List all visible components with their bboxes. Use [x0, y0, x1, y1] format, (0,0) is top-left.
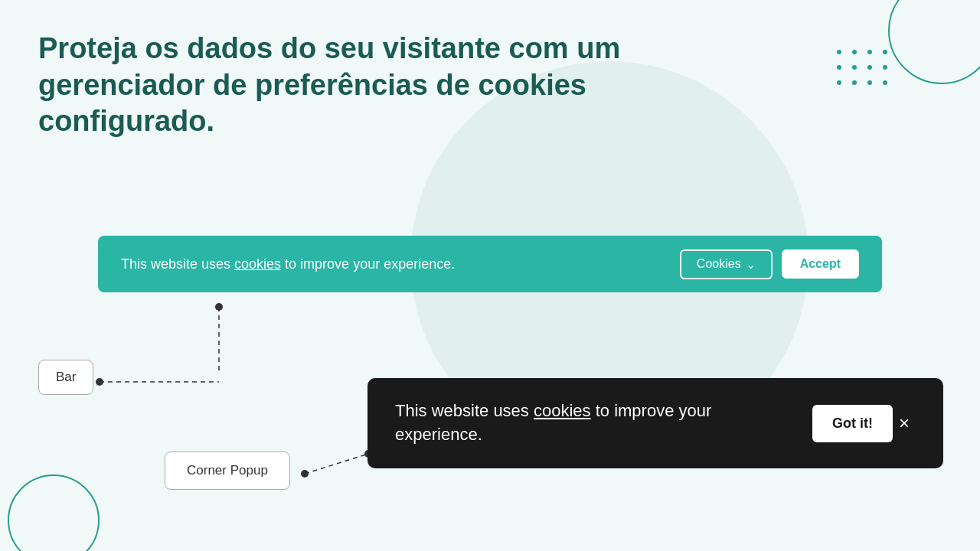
cookies-dropdown-button[interactable]: Cookies ⌄	[680, 249, 773, 279]
cookie-bar-text: This website uses cookies to improve you…	[121, 256, 455, 272]
got-it-button[interactable]: Got it!	[812, 405, 893, 442]
svg-point-3	[96, 378, 103, 386]
dot-grid-decoration	[837, 50, 892, 90]
chevron-down-icon: ⌄	[746, 257, 756, 272]
dark-popup-cookies-link[interactable]: cookies	[534, 401, 591, 420]
corner-popup-label-box: Corner Popup	[165, 452, 290, 490]
dark-popup: This website uses cookies to improve you…	[368, 378, 943, 468]
main-heading: Proteja os dados do seu visitante com um…	[38, 31, 635, 140]
close-popup-button[interactable]: ×	[893, 411, 916, 435]
bar-label-box: Bar	[38, 360, 93, 395]
svg-point-0	[215, 303, 223, 311]
dark-popup-text: This website uses cookies to improve you…	[395, 399, 789, 447]
svg-point-5	[301, 470, 309, 478]
bg-circle-bottom-left	[8, 474, 100, 551]
svg-line-4	[305, 454, 368, 474]
dark-popup-actions: Got it!	[812, 405, 893, 442]
accept-button[interactable]: Accept	[782, 249, 859, 279]
cookie-bar-actions: Cookies ⌄ Accept	[680, 249, 859, 279]
cookie-bar-link[interactable]: cookies	[234, 256, 281, 272]
bg-circle-top-right	[888, 0, 980, 84]
cookie-bar: This website uses cookies to improve you…	[98, 236, 882, 292]
